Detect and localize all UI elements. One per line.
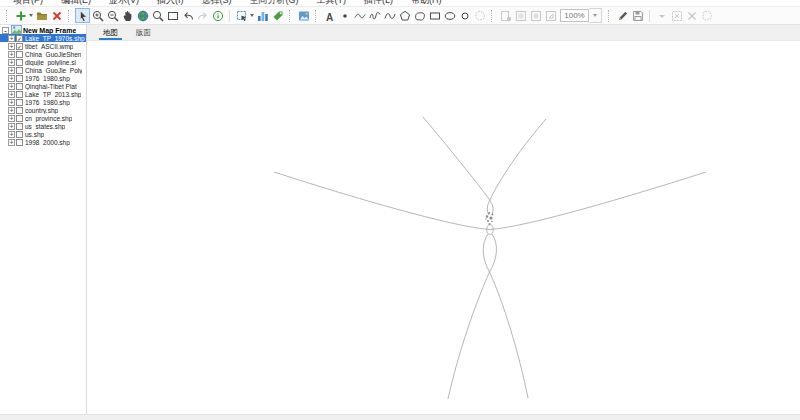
save-edits-button[interactable]	[630, 8, 645, 23]
expand-icon[interactable]: +	[8, 131, 15, 138]
expand-icon[interactable]: +	[8, 107, 15, 114]
tab-layout[interactable]: 版面	[128, 25, 159, 40]
layer-label[interactable]: diqujie_polyline.sl	[25, 59, 76, 66]
menu-item-help[interactable]: 帮助(H)	[402, 0, 451, 7]
label-button[interactable]	[270, 8, 285, 23]
attribute-table-button[interactable]	[255, 8, 270, 23]
expand-icon[interactable]: +	[8, 59, 15, 66]
layer-item-us-states-shp[interactable]: +us_states.shp	[0, 122, 86, 130]
layer-visibility-checkbox[interactable]	[16, 115, 23, 122]
remove-button[interactable]	[49, 8, 64, 23]
layer-visibility-checkbox[interactable]	[16, 131, 23, 138]
menu-item-tools[interactable]: 工具(T)	[308, 0, 356, 7]
layer-item-1976-1980-shp[interactable]: +1976_1980.shp	[0, 98, 86, 106]
layer-item-country-shp[interactable]: +country.shp	[0, 106, 86, 114]
menu-item-insert[interactable]: 插入(I)	[148, 0, 193, 7]
export-image-button[interactable]	[296, 8, 311, 23]
line-tool-button[interactable]	[352, 8, 367, 23]
curve-tool-button[interactable]	[382, 8, 397, 23]
layer-item-tibet-ascii-wmp[interactable]: +✓tibet_ASCII.wmp	[0, 42, 86, 50]
freeform-tool-button[interactable]	[412, 8, 427, 23]
full-extent-button[interactable]	[135, 8, 150, 23]
lasso-select-button[interactable]	[699, 8, 714, 23]
layer-label[interactable]: 1976_1980.shp	[25, 99, 70, 106]
expand-icon[interactable]: +	[8, 123, 15, 130]
layer-visibility-checkbox[interactable]: ✓	[16, 43, 23, 50]
layer-item-lake-tp-1970s-shp[interactable]: +✓Lake_TP_1970s.shp	[0, 34, 86, 42]
tab-map[interactable]: 地图	[95, 25, 126, 40]
menu-item-edit[interactable]: 编辑(E)	[52, 0, 100, 7]
add-data-button[interactable]	[13, 8, 28, 23]
marquee-zoom-button[interactable]	[165, 8, 180, 23]
paste-graphic-button[interactable]	[528, 8, 543, 23]
freehand-tool-button[interactable]	[367, 8, 382, 23]
layer-label[interactable]: us_states.shp	[25, 123, 65, 130]
layer-item-china-guojie-poly[interactable]: +China_GuoJie_Poly	[0, 66, 86, 74]
expand-icon[interactable]: +	[8, 35, 15, 42]
layer-label[interactable]: China_GuoJie_Poly	[25, 67, 82, 74]
undo-button[interactable]	[180, 8, 195, 23]
layer-visibility-checkbox[interactable]: ✓	[16, 35, 23, 42]
map-frame-root-item[interactable]: -New Map Frame	[0, 26, 86, 34]
layer-item-qinghai-tibet-plat[interactable]: +Qinghai-Tibet Plat	[0, 82, 86, 90]
zoom-out-tool-button[interactable]	[105, 8, 120, 23]
edit-dropdown-button[interactable]	[654, 8, 669, 23]
expand-icon[interactable]: +	[8, 91, 15, 98]
map-canvas[interactable]	[87, 41, 800, 414]
layer-item-lake-tp-2013-shp[interactable]: +Lake_TP_2013.shp	[0, 90, 86, 98]
export-graphic-button[interactable]	[543, 8, 558, 23]
menu-item-plugins[interactable]: 插件(L)	[355, 0, 402, 7]
expand-icon[interactable]: +	[8, 67, 15, 74]
collapse-icon[interactable]: -	[2, 27, 9, 34]
expand-icon[interactable]: +	[8, 75, 15, 82]
layer-item-us-shp[interactable]: +us.shp	[0, 130, 86, 138]
expand-icon[interactable]: +	[8, 115, 15, 122]
layer-item-china-guojieshen[interactable]: +China_GuoJieShen	[0, 50, 86, 58]
identify-button[interactable]	[210, 8, 225, 23]
layer-label[interactable]: China_GuoJieShen	[25, 51, 81, 58]
layer-label[interactable]: us.shp	[25, 131, 44, 138]
menu-item-selection[interactable]: 选择(S)	[193, 0, 241, 7]
layer-visibility-checkbox[interactable]	[16, 75, 23, 82]
expand-icon[interactable]: +	[8, 51, 15, 58]
circle-tool-button[interactable]	[457, 8, 472, 23]
transform-button[interactable]	[669, 8, 684, 23]
layer-label[interactable]: country.shp	[25, 107, 58, 114]
copy-graphic-button[interactable]	[513, 8, 528, 23]
layer-label[interactable]: Lake_TP_1970s.shp	[25, 35, 85, 42]
select-features-button[interactable]	[234, 8, 249, 23]
expand-icon[interactable]: +	[8, 83, 15, 90]
zoom-level-dropdown-icon[interactable]	[589, 8, 602, 23]
layer-item-cn-province-shp[interactable]: +cn_province.shp	[0, 114, 86, 122]
zoom-level-combo[interactable]: 100%	[560, 8, 602, 23]
expand-icon[interactable]: +	[8, 139, 15, 146]
zoom-window-button[interactable]	[150, 8, 165, 23]
table-of-contents-panel[interactable]: -New Map Frame+✓Lake_TP_1970s.shp+✓tibet…	[0, 25, 87, 414]
open-folder-button[interactable]	[34, 8, 49, 23]
layer-visibility-checkbox[interactable]	[16, 83, 23, 90]
zoom-level-value[interactable]: 100%	[560, 9, 589, 22]
layer-label[interactable]: Qinghai-Tibet Plat	[25, 83, 77, 90]
menu-item-spatial-analysis[interactable]: 空间分析(G)	[241, 0, 308, 7]
layer-item-diqujie-polyline-sl[interactable]: +diqujie_polyline.sl	[0, 58, 86, 66]
layer-visibility-checkbox[interactable]	[16, 99, 23, 106]
layer-visibility-checkbox[interactable]	[16, 59, 23, 66]
expand-icon[interactable]: +	[8, 43, 15, 50]
select-tool-button[interactable]	[75, 8, 90, 23]
add-data-button-dropdown-icon[interactable]	[29, 14, 33, 17]
layer-visibility-checkbox[interactable]	[16, 107, 23, 114]
paste-special-button[interactable]	[498, 8, 513, 23]
layer-label[interactable]: 1998_2000.shp	[25, 139, 70, 146]
delete-feature-button[interactable]	[684, 8, 699, 23]
edit-sketch-button[interactable]	[615, 8, 630, 23]
layer-label[interactable]: Lake_TP_2013.shp	[25, 91, 81, 98]
lasso-tool-button[interactable]	[472, 8, 487, 23]
expand-icon[interactable]: +	[8, 99, 15, 106]
text-tool-button[interactable]: A	[322, 8, 337, 23]
rectangle-tool-button[interactable]	[427, 8, 442, 23]
pan-tool-button[interactable]	[120, 8, 135, 23]
layer-label[interactable]: 1976_1980.shp	[25, 75, 70, 82]
layer-visibility-checkbox[interactable]	[16, 123, 23, 130]
layer-label[interactable]: cn_province.shp	[25, 115, 72, 122]
zoom-in-tool-button[interactable]	[90, 8, 105, 23]
